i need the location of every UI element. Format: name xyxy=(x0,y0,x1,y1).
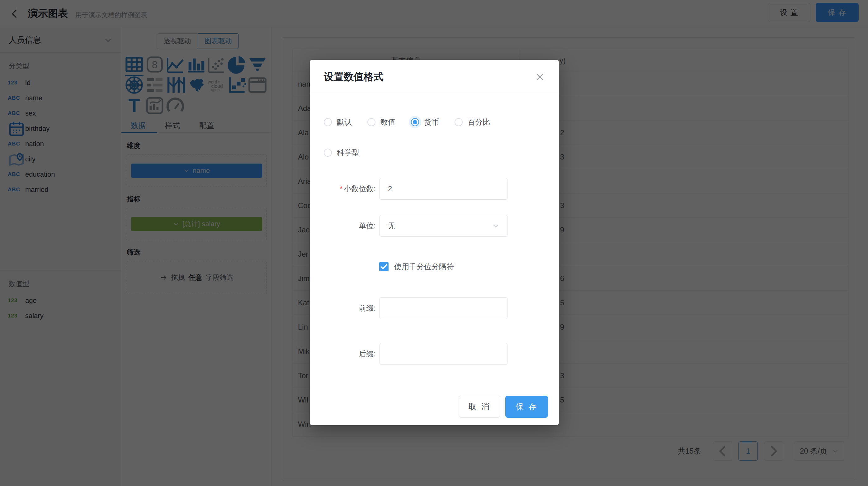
required-asterisk: * xyxy=(340,184,342,193)
radio-label: 货币 xyxy=(424,117,439,127)
decimal-places-input[interactable] xyxy=(379,178,507,200)
radio-icon xyxy=(367,118,375,126)
prefix-input[interactable] xyxy=(379,297,507,319)
thousands-separator-row: 使用千分位分隔符 xyxy=(379,262,454,271)
close-button[interactable] xyxy=(535,72,545,82)
radio-icon xyxy=(324,118,332,126)
suffix-row: 后缀: xyxy=(310,343,507,365)
decimal-places-label: *小数位数: xyxy=(310,184,376,194)
radio-label: 百分比 xyxy=(468,117,490,127)
format-radio[interactable]: 货币 xyxy=(411,117,439,127)
cancel-button[interactable]: 取 消 xyxy=(459,396,500,418)
decimal-places-row: *小数位数: xyxy=(310,178,507,200)
dialog-footer: 取 消 保 存 xyxy=(459,396,548,418)
unit-label: 单位: xyxy=(310,221,376,231)
format-radio[interactable]: 百分比 xyxy=(455,117,490,127)
close-icon xyxy=(535,72,545,82)
unit-select-value: 无 xyxy=(388,221,395,231)
radio-icon xyxy=(455,118,463,126)
format-radio[interactable]: 默认 xyxy=(324,117,352,127)
save-button[interactable]: 保 存 xyxy=(505,396,548,418)
radio-icon xyxy=(324,149,332,157)
dialog-header: 设置数值格式 xyxy=(310,60,559,94)
radio-label: 科学型 xyxy=(337,148,359,158)
radio-icon xyxy=(411,118,419,126)
unit-row: 单位: 无 xyxy=(310,215,507,237)
number-format-dialog: 设置数值格式 默认 数值 货币 百分比 科学型 xyxy=(310,60,559,425)
format-radio[interactable]: 数值 xyxy=(367,117,395,127)
prefix-row: 前缀: xyxy=(310,297,507,319)
prefix-label: 前缀: xyxy=(310,303,376,313)
chevron-down-icon xyxy=(492,223,499,229)
format-radio-group: 默认 数值 货币 百分比 科学型 xyxy=(324,117,506,158)
app: 演示图表 用于演示文档的样例图表 设 置 保 存 人员信息 分类型 123 id… xyxy=(0,0,868,486)
radio-label: 数值 xyxy=(380,117,395,127)
radio-label: 默认 xyxy=(337,117,352,127)
thousands-separator-label: 使用千分位分隔符 xyxy=(394,262,454,271)
checkbox-checked-icon[interactable] xyxy=(379,262,389,271)
dialog-title: 设置数值格式 xyxy=(324,70,383,84)
suffix-input[interactable] xyxy=(379,343,507,365)
unit-select[interactable]: 无 xyxy=(379,215,507,237)
format-radio[interactable]: 科学型 xyxy=(324,148,359,158)
suffix-label: 后缀: xyxy=(310,349,376,359)
